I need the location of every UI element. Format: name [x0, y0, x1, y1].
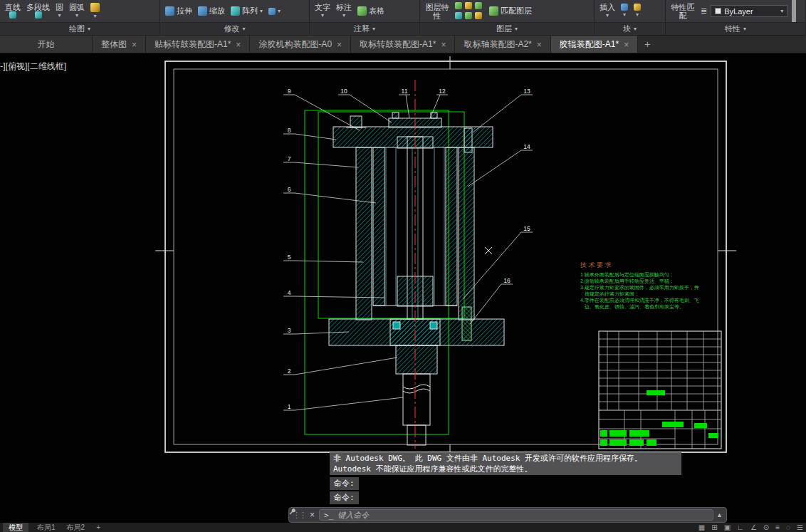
tab-close-icon[interactable]: × [132, 41, 137, 49]
file-tab[interactable]: 开始 [0, 36, 93, 53]
fillet-tool[interactable]: ▾ [266, 7, 283, 16]
chevron-down-icon: ▾ [780, 8, 783, 14]
dimension-tool[interactable]: 标注▾ [334, 3, 354, 20]
match-layer-icon [489, 6, 498, 16]
annotation-scale-icon[interactable]: ≡ [775, 523, 780, 532]
osnap-icon[interactable]: ⊙ [763, 523, 769, 532]
chevron-down-icon: ▾ [278, 8, 281, 14]
chevron-down-icon: ▾ [93, 12, 96, 20]
customization-icon[interactable]: ☰ [797, 523, 803, 532]
drawing-canvas[interactable]: 1 2 3 4 5 6 7 8 9 10 11 12 13 14 15 16 [0, 53, 806, 523]
file-tab[interactable]: 取标转鼓装配图-A1*× [351, 36, 455, 53]
layer-lock-icon[interactable] [475, 2, 482, 9]
list-properties-button[interactable]: ≣ [698, 6, 709, 16]
svg-text:4.零件在装配前必须清理和清洗干净，不得有毛刺、飞: 4.零件在装配前必须清理和清洗干净，不得有毛刺、飞 [580, 298, 699, 303]
insert-block-button[interactable]: 插入▾ [597, 3, 617, 20]
tab-close-icon[interactable]: × [441, 41, 446, 49]
text-tool[interactable]: 文字▾ [313, 3, 333, 20]
chevron-down-icon: ▾ [75, 11, 78, 19]
modify-panel-label: 修改 [224, 24, 239, 34]
array-tool-label: 阵列 [242, 6, 258, 16]
annotate-panel-expander[interactable]: 注释▾ [310, 22, 419, 35]
draw-panel-expander[interactable]: 绘图▾ [0, 22, 159, 35]
line-tool-label: 直线 [5, 4, 21, 11]
layer-off-icon[interactable] [465, 12, 472, 19]
chevron-down-icon: ▾ [88, 26, 90, 32]
polar-tracking-icon[interactable]: ∠ [750, 523, 757, 532]
properties-panel-expander[interactable]: 特性▾ [666, 22, 805, 35]
file-tab[interactable]: 胶辊装配图-A1*× [551, 36, 638, 53]
layer-isolate-icon[interactable] [455, 12, 462, 19]
svg-text:5: 5 [288, 254, 291, 261]
hatch-tool[interactable]: ▾ [88, 2, 102, 21]
scale-tool[interactable]: 缩放 [196, 5, 227, 17]
match-layer-button[interactable]: 匹配图层 [487, 5, 534, 17]
viewport-menu-control[interactable]: [-] [0, 61, 6, 71]
ribbon-panel-draw: 直线 多段线 圆▾ 圆弧▾ ▾ 绘图▾ [0, 0, 160, 35]
array-tool[interactable]: 阵列▾ [229, 5, 265, 17]
svg-text:2.滚动轴承装配后用手转动应灵活、平稳；: 2.滚动轴承装配后用手转动应灵活、平稳； [580, 278, 674, 284]
layer-properties-button[interactable]: 图层特性 [423, 2, 451, 21]
tab-close-icon[interactable]: × [236, 41, 241, 49]
chevron-down-icon: ▾ [606, 11, 609, 19]
edit-attribute-icon [621, 4, 628, 11]
file-tab-label: 开始 [38, 38, 55, 51]
edit-attribute-button[interactable]: ▾ [619, 3, 630, 19]
ribbon-panel-properties: 特性匹配 ≣ ByLayer ▾ 特性▾ [666, 0, 806, 35]
create-block-icon [634, 4, 641, 11]
ortho-icon[interactable]: ∟ [737, 523, 744, 532]
recent-commands-icon[interactable]: ▲ [716, 511, 723, 518]
object-color-dropdown[interactable]: ByLayer ▾ [711, 5, 787, 17]
file-tab[interactable]: 贴标转鼓装配图-A1*× [146, 36, 250, 53]
create-block-button[interactable]: ▾ [632, 3, 643, 19]
tab-close-icon[interactable]: × [337, 41, 342, 49]
layer-freeze-icon[interactable] [465, 2, 472, 9]
snap-icon[interactable]: ▣ [724, 523, 731, 532]
isolate-icon[interactable]: ◌ [786, 523, 790, 532]
model-space-icon[interactable]: ▦ [698, 523, 705, 532]
line-tool[interactable]: 直线 [3, 3, 23, 19]
customize-wrench-icon[interactable] [289, 508, 297, 516]
command-line-dock: ⋮⋮ × >_ 键入命令 ▲ [288, 507, 727, 523]
arc-tool[interactable]: 圆弧▾ [67, 3, 87, 20]
properties-panel-label: 特性 [725, 24, 740, 34]
command-placeholder: 键入命令 [337, 510, 369, 521]
file-tab[interactable]: 整体图× [93, 36, 146, 53]
new-drawing-tab-button[interactable]: + [638, 36, 656, 53]
layout1-tab[interactable]: 布局1 [34, 523, 58, 532]
status-bar: 模型 布局1 布局2 + ▦⊞▣∟∠⊙≡◌☰ [0, 523, 806, 532]
block-panel-expander[interactable]: 块▾ [595, 22, 665, 35]
layers-panel-expander[interactable]: 图层▾ [420, 22, 594, 35]
file-tab[interactable]: 取标轴装配图-A2*× [455, 36, 550, 53]
command-input[interactable]: >_ 键入命令 [319, 509, 713, 521]
svg-text:3: 3 [288, 327, 291, 334]
ribbon-panel-modify: 拉伸 缩放 阵列▾ ▾ 修改▾ [160, 0, 310, 35]
draw-panel-label: 绘图 [69, 24, 85, 34]
tab-close-icon[interactable]: × [537, 41, 542, 49]
new-layout-button[interactable]: + [93, 523, 103, 531]
close-icon[interactable]: × [308, 510, 316, 520]
grid-icon[interactable]: ⊞ [711, 523, 717, 532]
tab-close-icon[interactable]: × [624, 41, 629, 49]
ribbon-scrollbar[interactable] [792, 0, 796, 22]
svg-text:技 术 要 求: 技 术 要 求 [580, 261, 612, 268]
chevron-down-icon: ▾ [372, 26, 375, 32]
match-properties-button[interactable]: 特性匹配 [669, 2, 697, 21]
table-tool[interactable]: 表格 [355, 5, 387, 17]
layer-on-icon[interactable] [455, 2, 462, 9]
polyline-tool[interactable]: 多段线 [24, 3, 52, 19]
layout2-tab[interactable]: 布局2 [64, 523, 88, 532]
title-block-highlights [600, 390, 718, 446]
text-tool-label: 文字 [315, 4, 330, 11]
stretch-tool[interactable]: 拉伸 [163, 5, 194, 17]
visual-style-control[interactable]: [二维线框] [27, 61, 66, 71]
svg-text:2: 2 [288, 367, 291, 375]
model-tab[interactable]: 模型 [3, 523, 28, 532]
command-history-line: 命令: [330, 491, 359, 504]
circle-tool[interactable]: 圆▾ [53, 3, 66, 20]
modify-panel-expander[interactable]: 修改▾ [160, 22, 309, 35]
layer-walk-icon[interactable] [475, 12, 482, 19]
file-tab[interactable]: 涂胶机构装配图-A0× [250, 36, 351, 53]
file-tab-label: 取标轴装配图-A2* [464, 38, 531, 51]
view-control[interactable]: [俯视] [6, 61, 28, 71]
